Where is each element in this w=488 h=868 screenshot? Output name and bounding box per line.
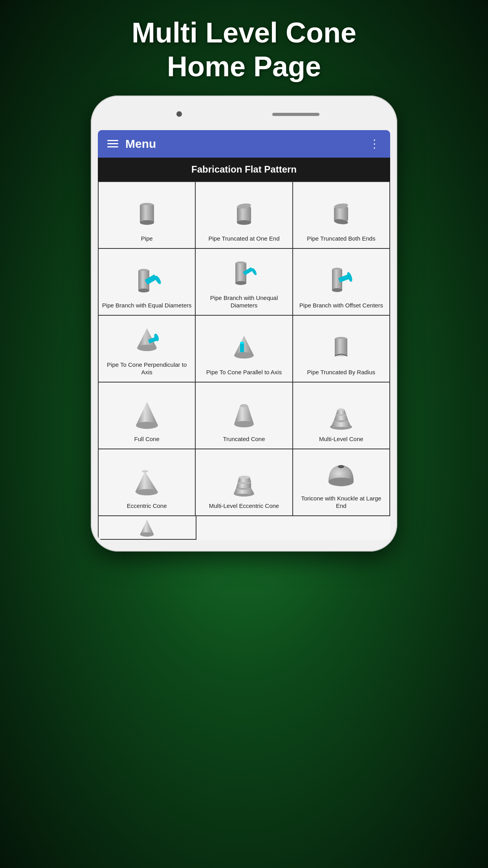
grid-item-multi-level-eccentric-label: Multi-Level Eccentric Cone xyxy=(209,502,279,510)
grid-item-pipe-truncated-both[interactable]: Pipe Truncated Both Ends xyxy=(293,182,390,249)
grid-item-pipe[interactable]: Pipe xyxy=(99,182,196,249)
svg-point-54 xyxy=(328,478,354,485)
grid-item-multi-level-cone[interactable]: Multi-Level Cone xyxy=(293,383,390,449)
svg-point-33 xyxy=(136,422,158,429)
grid-item-pipe-branch-equal[interactable]: Pipe Branch with Equal Diameters xyxy=(99,249,196,316)
svg-rect-28 xyxy=(240,343,244,352)
grid-item-pipe-truncated-one[interactable]: Pipe Truncated at One End xyxy=(196,182,293,249)
svg-rect-31 xyxy=(335,339,347,356)
grid-item-truncated-cone-label: Truncated Cone xyxy=(223,435,265,443)
svg-point-35 xyxy=(234,421,254,427)
grid-item-pipe-branch-unequal-label: Pipe Branch with Unequal Diameters xyxy=(199,294,289,309)
grid-item-toricone[interactable]: Toricone with Knuckle at Large End xyxy=(293,449,390,516)
svg-point-57 xyxy=(140,532,154,537)
phone-wrapper: Menu ⋮ Fabrication Flat Pattern xyxy=(91,96,397,552)
svg-rect-1 xyxy=(140,205,154,223)
grid-item-pipe-truncated-radius[interactable]: Pipe Truncated By Radius xyxy=(293,316,390,383)
grid-item-pipe-truncated-one-label: Pipe Truncated at One End xyxy=(209,235,280,243)
svg-point-36 xyxy=(240,404,248,407)
svg-point-3 xyxy=(237,220,251,225)
grid-item-pipe-branch-unequal[interactable]: Pipe Branch with Unequal Diameters xyxy=(196,249,293,316)
speaker xyxy=(272,113,319,116)
grid-item-pipe-cone-parallel-label: Pipe To Cone Parallel to Axis xyxy=(206,368,282,376)
app-header: Menu ⋮ xyxy=(98,130,390,158)
svg-point-45 xyxy=(136,489,158,495)
grid-item-truncated-cone[interactable]: Truncated Cone xyxy=(196,383,293,449)
section-header: Fabrication Flat Pattern xyxy=(98,158,390,181)
svg-point-19 xyxy=(332,288,342,292)
camera-icon xyxy=(176,111,182,117)
grid-item-full-cone[interactable]: Full Cone xyxy=(99,383,196,449)
svg-point-2 xyxy=(140,220,154,225)
hamburger-icon[interactable] xyxy=(107,140,118,147)
svg-point-55 xyxy=(338,465,344,468)
items-grid: Pipe xyxy=(98,181,390,516)
grid-item-pipe-branch-equal-label: Pipe Branch with Equal Diameters xyxy=(102,302,192,309)
grid-item-pipe-cone-perp-label: Pipe To Cone Perpendicular to Axis xyxy=(102,361,192,376)
grid-item-pipe-truncated-both-label: Pipe Truncated Both Ends xyxy=(307,235,375,243)
grid-item-eccentric-cone-label: Eccentric Cone xyxy=(127,502,167,510)
grid-item-pipe-truncated-radius-label: Pipe Truncated By Radius xyxy=(307,368,375,376)
svg-point-27 xyxy=(234,352,254,359)
svg-point-46 xyxy=(142,470,148,473)
grid-item-pipe-cone-parallel[interactable]: Pipe To Cone Parallel to Axis xyxy=(196,316,293,383)
svg-point-9 xyxy=(138,289,149,292)
grid-item-pipe-branch-offset[interactable]: Pipe Branch with Offset Centers xyxy=(293,249,390,316)
grid-item-multi-level-eccentric[interactable]: Multi-Level Eccentric Cone xyxy=(196,449,293,516)
grid-item-pipe-label: Pipe xyxy=(141,235,153,243)
svg-point-23 xyxy=(137,345,157,351)
svg-point-29 xyxy=(240,342,244,344)
header-title: Menu xyxy=(125,137,156,151)
svg-point-14 xyxy=(235,281,246,285)
grid-item-pipe-cone-perp[interactable]: Pipe To Cone Perpendicular to Axis xyxy=(99,316,196,383)
page-title: Multi Level Cone Home Page xyxy=(132,16,356,84)
more-options-icon[interactable]: ⋮ xyxy=(369,137,381,150)
phone-screen: Menu ⋮ Fabrication Flat Pattern xyxy=(98,130,390,540)
grid-item-multi-level-cone-label: Multi-Level Cone xyxy=(319,435,363,443)
grid-item-pipe-branch-offset-label: Pipe Branch with Offset Centers xyxy=(299,302,383,309)
grid-item-full-cone-label: Full Cone xyxy=(134,435,160,443)
svg-point-53 xyxy=(239,476,250,479)
svg-point-43 xyxy=(338,408,345,411)
grid-item-toricone-label: Toricone with Knuckle at Large End xyxy=(296,495,386,510)
grid-item-eccentric-cone[interactable]: Eccentric Cone xyxy=(99,449,196,516)
